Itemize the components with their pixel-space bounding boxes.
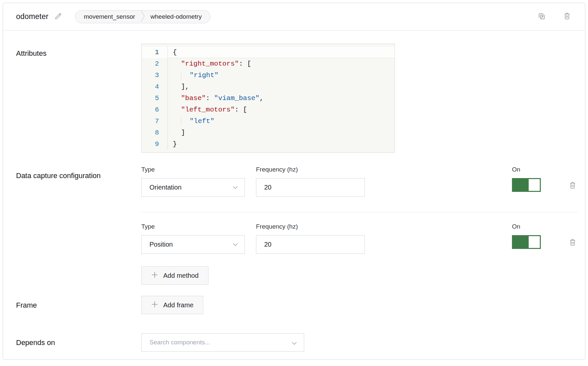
trash-icon: [563, 12, 571, 21]
delete-component-button[interactable]: [562, 11, 572, 22]
capture-type-value: Position: [149, 241, 233, 248]
component-title: odometer: [16, 12, 49, 21]
component-header: odometer movement_sensor wheeled-odometr…: [3, 3, 585, 30]
trash-icon: [568, 181, 577, 191]
capture-enabled-toggle[interactable]: [512, 235, 541, 249]
toggle-knob: [529, 179, 540, 191]
capture-frequency-input[interactable]: [256, 178, 365, 197]
capture-row: Type Position Frequency (hz) On: [141, 223, 578, 254]
capture-type-select[interactable]: Orientation: [141, 178, 245, 197]
pencil-icon: [54, 12, 63, 22]
toggle-on-label: On: [512, 166, 541, 174]
edit-name-button[interactable]: [54, 12, 63, 22]
attributes-json-editor[interactable]: 123456789 { "right_motors": [ "right" ],…: [141, 44, 395, 153]
data-capture-label: Data capture configuration: [16, 166, 141, 181]
toggle-on-label: On: [512, 223, 541, 231]
data-capture-section: Data capture configuration Type Orientat…: [16, 166, 578, 285]
capture-type-value: Orientation: [149, 184, 233, 191]
depends-on-section: Depends on: [16, 333, 578, 352]
add-frame-button[interactable]: Add frame: [141, 296, 203, 314]
plus-icon: [151, 271, 158, 280]
editor-gutter: 123456789: [142, 47, 168, 150]
capture-enabled-toggle[interactable]: [512, 178, 541, 192]
delete-capture-method-button[interactable]: [568, 180, 578, 191]
duplicate-component-button[interactable]: [536, 11, 547, 23]
frame-label: Frame: [16, 299, 141, 311]
toggle-knob: [529, 236, 540, 248]
delete-capture-method-button[interactable]: [568, 237, 578, 248]
component-body: Attributes 123456789 { "right_motors": […: [3, 30, 585, 352]
frequency-label: Frequency (hz): [256, 223, 365, 231]
add-method-button[interactable]: Add method: [141, 266, 208, 285]
breadcrumb: movement_sensor wheeled-odometry: [75, 10, 211, 23]
depends-on-label: Depends on: [16, 337, 141, 348]
header-actions: [536, 11, 572, 23]
trash-icon: [568, 238, 577, 248]
attributes-label: Attributes: [16, 44, 141, 59]
frame-section: Frame Add frame: [16, 296, 578, 314]
chevron-down-icon: [233, 242, 238, 248]
capture-row: Type Orientation Frequency (hz): [141, 166, 578, 197]
add-frame-label: Add frame: [163, 301, 193, 309]
chevron-right-icon: [140, 10, 145, 24]
breadcrumb-family: movement_sensor: [84, 13, 135, 20]
breadcrumb-model: wheeled-odometry: [150, 13, 202, 20]
capture-frequency-input[interactable]: [256, 235, 365, 254]
frequency-label: Frequency (hz): [256, 166, 365, 174]
chevron-down-icon: [233, 185, 238, 191]
attributes-row: Attributes 123456789 { "right_motors": […: [16, 44, 578, 153]
type-label: Type: [141, 223, 245, 231]
plus-icon: [151, 301, 158, 310]
editor-code: { "right_motors": [ "right" ], "base": "…: [168, 47, 395, 150]
add-method-label: Add method: [163, 272, 199, 279]
component-card: odometer movement_sensor wheeled-odometr…: [3, 3, 585, 360]
type-label: Type: [141, 166, 245, 174]
depends-search-input[interactable]: [141, 333, 304, 352]
duplicate-icon: [537, 11, 546, 22]
capture-row-divider: [141, 212, 578, 213]
capture-type-select[interactable]: Position: [141, 235, 245, 254]
